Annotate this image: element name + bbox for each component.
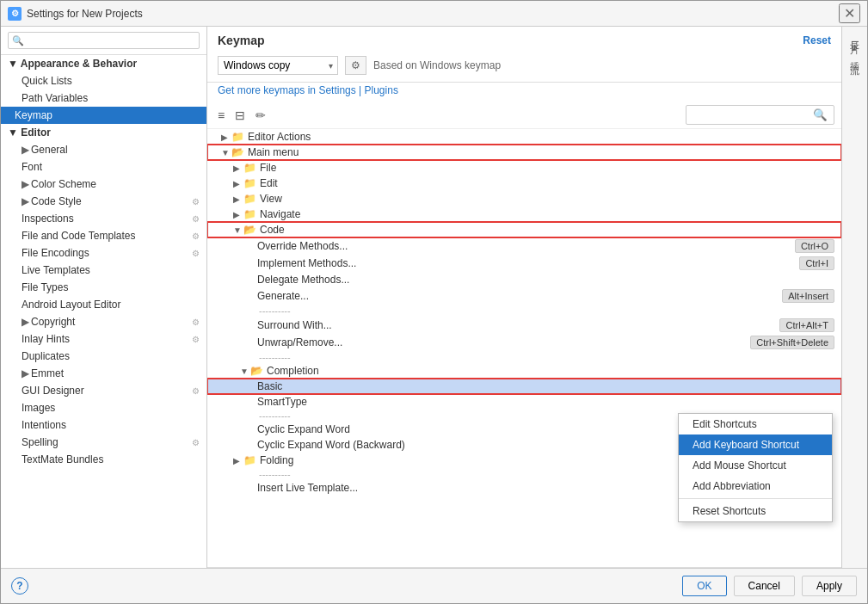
keymap-title-row: Keymap Reset xyxy=(218,34,831,47)
sidebar-item-color-scheme[interactable]: ▶Color Scheme xyxy=(1,176,206,193)
tree-item-editor-actions[interactable]: ▶ 📁 Editor Actions xyxy=(207,129,841,145)
tree-item-edit[interactable]: ▶ 📁 Edit xyxy=(207,176,841,191)
context-menu-add-mouse-shortcut[interactable]: Add Mouse Shortcut xyxy=(679,455,832,476)
arrow-view: ▶ xyxy=(233,194,243,204)
bottom-left: ? xyxy=(11,577,28,595)
title-bar: ⚙ Settings for New Projects ✕ xyxy=(1,1,867,27)
right-panel-text-3: La xyxy=(850,40,860,51)
context-menu-add-keyboard-shortcut[interactable]: Add Keyboard Shortcut xyxy=(679,435,832,455)
keymap-preset-select[interactable]: Windows copy xyxy=(218,56,338,75)
tree-separator-2: ---------- xyxy=(207,351,841,363)
tree-toolbar: ≡ ⊟ ✏ 🔍 xyxy=(207,102,841,129)
tree-item-completion[interactable]: ▼ 📂 Completion xyxy=(207,363,841,379)
sidebar-item-path-variables[interactable]: Path Variables xyxy=(1,89,206,107)
tree-item-implement-methods[interactable]: Implement Methods... Ctrl+I xyxy=(207,255,841,272)
folder-icon-edit: 📁 xyxy=(243,177,256,189)
cancel-button[interactable]: Cancel xyxy=(734,576,795,596)
sidebar-item-quick-lists[interactable]: Quick Lists xyxy=(1,72,206,89)
reset-link[interactable]: Reset xyxy=(803,34,831,46)
tree-item-delegate-methods[interactable]: Delegate Methods... xyxy=(207,272,841,287)
sidebar-item-editor[interactable]: ▼ Editor xyxy=(1,124,206,141)
apply-button[interactable]: Apply xyxy=(802,576,857,596)
tree-search-input[interactable] xyxy=(690,110,810,120)
expand-all-button[interactable]: ≡ xyxy=(214,107,228,124)
arrow-navigate: ▶ xyxy=(233,210,243,219)
collapse-all-button[interactable]: ⊟ xyxy=(231,107,249,124)
context-menu-reset-shortcuts[interactable]: Reset Shortcuts xyxy=(679,501,832,521)
gui-designer-icon: ⚙ xyxy=(192,386,200,396)
sidebar-item-duplicates[interactable]: Duplicates xyxy=(1,348,206,365)
sidebar-item-inspections[interactable]: Inspections ⚙ xyxy=(1,210,206,227)
tree-item-view[interactable]: ▶ 📁 View xyxy=(207,191,841,206)
sidebar-item-copyright[interactable]: ▶Copyright ⚙ xyxy=(1,313,206,330)
bottom-bar: ? OK Cancel Apply xyxy=(1,568,867,603)
arrow-editor-actions: ▶ xyxy=(221,133,231,142)
inlay-hints-icon: ⚙ xyxy=(192,335,200,344)
arrow-general: ▶ xyxy=(22,144,29,156)
tree-item-unwrap-remove[interactable]: Unwrap/Remove... Ctrl+Shift+Delete xyxy=(207,334,841,351)
ok-button[interactable]: OK xyxy=(682,576,726,596)
main-content: ▼ Appearance & Behavior Quick Lists Path… xyxy=(1,27,867,568)
tree-item-generate[interactable]: Generate... Alt+Insert xyxy=(207,287,841,305)
folder-icon-file: 📁 xyxy=(243,162,256,174)
folder-icon-code: 📂 xyxy=(243,224,256,236)
title-bar-left: ⚙ Settings for New Projects xyxy=(8,7,143,21)
sidebar-item-textmate-bundles[interactable]: TextMate Bundles xyxy=(1,451,206,468)
sidebar-item-emmet[interactable]: ▶Emmet xyxy=(1,365,206,382)
tree-item-basic[interactable]: Basic xyxy=(207,379,841,394)
arrow-code: ▼ xyxy=(233,225,243,235)
get-more-keymaps-link[interactable]: Get more keymaps in Settings | Plugins xyxy=(207,83,841,102)
shortcut-unwrap-remove: Ctrl+Shift+Delete xyxy=(750,336,834,349)
sidebar-item-gui-designer[interactable]: GUI Designer ⚙ xyxy=(1,382,206,399)
tree-item-file[interactable]: ▶ 📁 File xyxy=(207,160,841,176)
sidebar-item-appearance-behavior[interactable]: ▼ Appearance & Behavior xyxy=(1,55,206,72)
arrow-main-menu: ▼ xyxy=(221,148,231,157)
tree-item-main-menu[interactable]: ▼ 📂 Main menu xyxy=(207,145,841,160)
sidebar-item-android-layout-editor[interactable]: Android Layout Editor xyxy=(1,296,206,313)
sidebar-item-live-templates[interactable]: Live Templates xyxy=(1,262,206,279)
tree-item-navigate[interactable]: ▶ 📁 Navigate xyxy=(207,206,841,222)
sidebar-item-keymap[interactable]: Keymap xyxy=(1,107,206,124)
tree-search-box: 🔍 xyxy=(686,105,834,125)
keymap-title-text: Keymap xyxy=(218,34,264,47)
context-menu-add-abbreviation[interactable]: Add Abbreviation xyxy=(679,476,832,496)
app-icon: ⚙ xyxy=(8,7,22,21)
sidebar-item-code-style[interactable]: ▶Code Style ⚙ xyxy=(1,193,206,210)
close-button[interactable]: ✕ xyxy=(839,3,860,23)
sidebar-item-file-types[interactable]: File Types xyxy=(1,279,206,296)
sidebar-item-intentions[interactable]: Intentions xyxy=(1,416,206,434)
folder-icon-completion: 📂 xyxy=(250,365,263,377)
keymap-header: Keymap Reset xyxy=(207,27,841,52)
sidebar-item-images[interactable]: Images xyxy=(1,399,206,416)
file-encodings-icon: ⚙ xyxy=(192,249,200,258)
folder-icon-main-menu: 📂 xyxy=(231,146,244,158)
tree-item-code[interactable]: ▼ 📂 Code xyxy=(207,222,841,237)
sidebar-search-input[interactable] xyxy=(8,32,200,49)
sidebar-item-font[interactable]: Font xyxy=(1,158,206,176)
context-menu-separator xyxy=(679,498,832,499)
sidebar-item-file-encodings[interactable]: File Encodings ⚙ xyxy=(1,244,206,262)
keymap-gear-button[interactable]: ⚙ xyxy=(345,56,366,75)
sidebar-item-file-code-templates[interactable]: File and Code Templates ⚙ xyxy=(1,227,206,244)
copyright-icon: ⚙ xyxy=(192,317,200,327)
keymap-panel: Keymap Reset Windows copy ⚙ Based on Win… xyxy=(207,27,841,568)
tree-item-smart-type[interactable]: SmartType xyxy=(207,394,841,410)
right-panel: 录 片 La 插 流 xyxy=(841,27,867,568)
shortcut-implement-methods: Ctrl+I xyxy=(799,256,834,270)
expand-arrow-editor: ▼ xyxy=(8,126,21,139)
tree-search-button[interactable]: 🔍 xyxy=(810,108,830,122)
context-menu: Edit Shortcuts Add Keyboard Shortcut Add… xyxy=(678,413,833,522)
tree-toolbar-left: ≡ ⊟ ✏ xyxy=(214,107,269,124)
sidebar-item-spelling[interactable]: Spelling ⚙ xyxy=(1,434,206,451)
context-menu-edit-shortcuts[interactable]: Edit Shortcuts xyxy=(679,414,832,435)
edit-button[interactable]: ✏ xyxy=(252,107,269,124)
tree-item-surround-with[interactable]: Surround With... Ctrl+Alt+T xyxy=(207,317,841,334)
sidebar-item-general[interactable]: ▶General xyxy=(1,141,206,158)
help-button[interactable]: ? xyxy=(11,577,28,595)
keymap-controls: Windows copy ⚙ Based on Windows keymap xyxy=(207,52,841,83)
bottom-right: OK Cancel Apply xyxy=(682,576,857,596)
sidebar-item-inlay-hints[interactable]: Inlay Hints ⚙ xyxy=(1,330,206,348)
arrow-copyright: ▶ xyxy=(22,316,29,328)
shortcut-generate: Alt+Insert xyxy=(782,289,834,303)
tree-item-override-methods[interactable]: Override Methods... Ctrl+O xyxy=(207,237,841,255)
